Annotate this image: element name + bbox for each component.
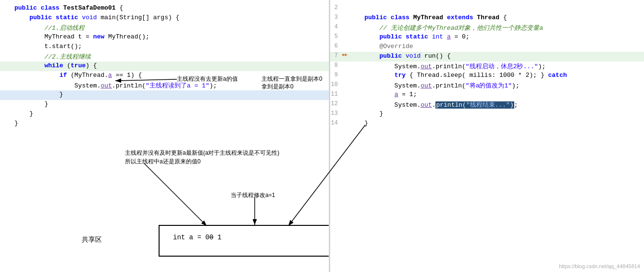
code-text: System.out.println("将a的值改为1");: [349, 81, 644, 90]
code-line: 9 try { Thread.sleep( millis: 1000 * 2);…: [330, 71, 644, 81]
line-number: 13: [330, 110, 342, 117]
code-text: MyThread t = new MyThread();: [14, 33, 329, 40]
code-text: public void run() {: [349, 52, 644, 60]
code-text: t.start();: [14, 43, 329, 50]
code-text: // 无论创建多个MyThread对象，他们共性一个静态变量a: [349, 24, 644, 32]
annotation-label4: 所以主线程中a还是原来的值0: [125, 158, 200, 166]
code-text: a = 1;: [349, 91, 644, 98]
code-line: t.start();: [0, 42, 329, 52]
code-line: 14 }: [330, 119, 644, 129]
annotation-label5: 当子线程修改a=1: [231, 191, 275, 199]
code-line: 10 System.out.println("将a的值改为1");: [330, 81, 644, 90]
right-code-panel: 2 3 public class MyThread extends Thread…: [330, 0, 644, 272]
code-line: 4 // 无论创建多个MyThread对象，他们共性一个静态变量a: [330, 23, 644, 33]
line-number: 3: [330, 14, 342, 21]
code-text: public class MyThread extends Thread {: [349, 14, 644, 21]
annotation-label2b: 拿到是副本0: [261, 83, 294, 91]
code-line: MyThread t = new MyThread();: [0, 33, 329, 42]
code-text: public class TestSafaDemo01 {: [14, 4, 329, 12]
code-line: public class TestSafaDemo01 {: [0, 4, 329, 13]
code-text: try { Thread.sleep( millis: 1000 * 2); }…: [349, 72, 644, 79]
line-number: 4: [330, 24, 342, 30]
code-text: }: [349, 110, 644, 117]
annotation-label2: 主线程一直拿到是副本0: [261, 75, 322, 83]
code-text: public static void main(String[] args) {: [14, 14, 329, 21]
code-line: //1.启动线程: [0, 23, 329, 33]
code-text: System.out.println("线程结束...");: [349, 100, 644, 109]
code-text: //1.启动线程: [14, 24, 329, 32]
breakpoint-indicator: ●►: [342, 52, 349, 58]
code-line: }: [0, 110, 329, 119]
line-number: 5: [330, 33, 342, 40]
code-line: 13 }: [330, 110, 644, 119]
code-line-while: while (true) {: [0, 62, 329, 71]
code-text: }: [14, 91, 329, 98]
code-text: System.out.println("线程启动，休息2秒...");: [349, 62, 644, 71]
line-number: 2: [330, 4, 342, 11]
line-number: 8: [330, 62, 342, 69]
code-text: public static int a = 0;: [349, 33, 644, 40]
code-line: 3 public class MyThread extends Thread {: [330, 13, 644, 23]
code-line: }: [0, 119, 329, 129]
code-text: }: [14, 120, 329, 127]
code-line: public static void main(String[] args) {: [0, 13, 329, 23]
code-line: 6 @Override: [330, 42, 644, 52]
code-line: 2: [330, 4, 644, 13]
line-number: 9: [330, 72, 342, 78]
code-line-run: 7 ●► public void run() {: [330, 52, 644, 62]
line-number: 11: [330, 91, 342, 98]
left-code-panel: public class TestSafaDemo01 { public sta…: [0, 0, 329, 272]
shared-content: int a = 00 1: [173, 234, 222, 241]
line-number: 7: [330, 52, 342, 59]
code-line: 5 public static int a = 0;: [330, 33, 644, 42]
code-line-selected: 12 System.out.println("线程结束...");: [330, 100, 644, 110]
code-text: @Override: [349, 43, 644, 50]
code-line: 11 a = 1;: [330, 90, 644, 100]
code-text: //2.主线程继续: [14, 52, 329, 61]
code-line: }: [0, 100, 329, 110]
code-text: }: [14, 110, 329, 117]
line-number: 14: [330, 120, 342, 126]
watermark: https://blog.csdn.net/qq_44845814: [559, 263, 640, 269]
annotation-label3: 主线程并没有及时更新a最新值(a对于主线程来说是不可见性): [125, 149, 279, 157]
code-text: }: [349, 120, 644, 127]
annotation-label1: 主线程没有去更新a的值: [177, 75, 238, 83]
code-text: while (true) {: [14, 62, 329, 69]
line-number: 6: [330, 43, 342, 49]
code-line: //2.主线程继续: [0, 52, 329, 62]
main-container: public class TestSafaDemo01 { public sta…: [0, 0, 644, 272]
code-text: }: [14, 100, 329, 108]
line-number: 10: [330, 81, 342, 88]
shared-area-label: 共享区: [82, 235, 102, 244]
line-number: 12: [330, 100, 342, 107]
code-line: 8 System.out.println("线程启动，休息2秒...");: [330, 62, 644, 71]
code-line-close: }: [0, 90, 329, 100]
